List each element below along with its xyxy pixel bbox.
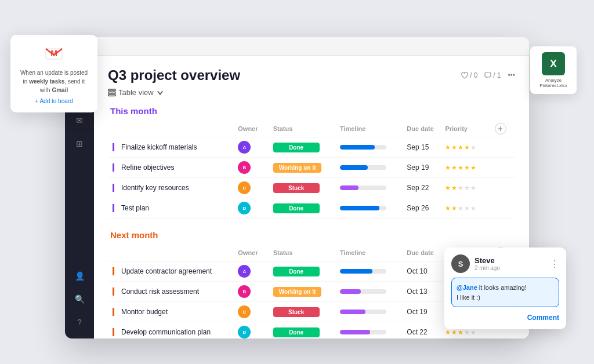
timeline-bar [340,165,386,170]
excel-icon: X [542,52,565,75]
priority-stars: ★★★★★ [445,164,477,171]
task-name-cell: Develop communication plan [113,328,229,336]
priority-stars: ★★★★★ [445,144,477,151]
due-date-cell: Oct 10 [402,261,440,282]
priority-stars: ★★★★★ [445,329,477,336]
timeline-fill [340,165,368,170]
table-row[interactable]: Refine objectives B Working on It Sep 19… [108,158,515,178]
task-name: Finalize kickoff materials [121,143,197,151]
timeline-bar [340,145,386,150]
svg-rect-3 [485,72,491,77]
avatar: B [238,285,251,298]
task-name-cell: Monitor budget [113,308,229,316]
col-header-name-2 [108,245,233,261]
task-name-cell: Identify key resources [113,184,229,192]
sidebar-icon-boards[interactable]: ⊞ [70,134,89,153]
sidebar-icon-people[interactable]: 👤 [70,267,89,285]
task-name: Monitor budget [121,308,168,316]
due-date-cell: Sep 19 [402,158,440,178]
task-name-cell: Test plan [113,204,229,212]
timeline-bar [340,206,386,210]
title-bar [65,37,529,56]
priority-stars: ★★★★★ [445,184,477,191]
sidebar-icon-inbox[interactable]: ✉ [70,111,89,130]
svg-rect-4 [108,89,115,91]
comment-header: S Steve 2 min ago ⋮ [451,254,559,273]
col-header-name-1 [108,121,233,137]
avatar: B [238,161,251,174]
svg-text:M: M [50,49,57,58]
task-name-cell: Conduct risk assessment [113,287,229,296]
col-header-status-1: Status [269,121,335,137]
avatar: D [238,326,251,338]
gmail-notification-card: M When an update is posted in weekly tas… [10,35,97,112]
table-row[interactable]: Identify key resources C Stuck Sep 22 ★★… [108,178,515,198]
view-label: Table view [118,88,154,97]
timeline-bar [340,185,386,190]
timeline-bar [340,289,386,294]
comment-button[interactable]: Comment [527,314,559,322]
due-date-cell: Oct 19 [402,302,440,322]
status-badge: Stuck [273,183,320,193]
priority-stars: ★★★★★ [445,205,477,212]
status-badge: Done [273,327,320,337]
gmail-description: When an update is posted in weekly tasks… [17,68,90,94]
avatar: A [238,141,251,154]
avatar: C [238,181,251,194]
timeline-fill [340,145,375,150]
col-header-status-2: Status [269,245,335,261]
due-date-cell: Sep 26 [402,198,440,219]
svg-rect-5 [108,92,115,93]
timeline-fill [340,289,361,294]
avatar: D [238,202,251,214]
col-header-timeline-1: Timeline [335,121,402,137]
timeline-fill [340,330,370,334]
table-row[interactable]: Finalize kickoff materials A Done Sep 15… [108,137,515,158]
table-row[interactable]: Test plan D Done Sep 26 ★★★★★ [108,198,515,219]
task-name: Refine objectives [121,163,174,172]
more-options-icon[interactable]: ••• [508,71,515,79]
this-month-table: Owner Status Timeline Due date Priority … [108,121,515,219]
next-month-section-title: Next month [108,230,515,240]
timeline-fill [340,310,365,314]
status-badge: Stuck [273,307,320,317]
task-name: Identify key resources [121,184,189,192]
comment-mention: @Jane [457,284,477,291]
timeline-fill [340,269,372,274]
comments-count: / 1 [484,71,501,79]
timeline-fill [340,185,358,190]
excel-integration-card: X Analyze Pinterest.xlsx [530,46,577,94]
status-badge: Done [273,267,320,276]
add-to-board-link[interactable]: + Add to board [17,98,90,104]
col-header-timeline-2: Timeline [335,245,402,261]
svg-rect-6 [108,94,115,96]
col-header-owner-2: Owner [233,245,268,261]
comment-action-area: Comment [451,312,559,322]
comment-bubble: @Jane it looks amazing!I like it :) [451,278,559,307]
add-column-btn-1[interactable]: + [495,123,506,134]
col-header-due-1: Due date [402,121,440,137]
comment-meta: Steve 2 min ago [475,256,545,271]
sidebar-icon-help[interactable]: ? [70,313,89,332]
view-selector[interactable]: Table view [108,88,515,97]
sidebar-icon-search[interactable]: 🔍 [70,290,89,308]
page-header: Q3 project overview / 0 / 1 ••• [108,67,515,83]
due-date-cell: Sep 22 [402,178,440,198]
avatar: A [238,265,251,278]
avatar: C [238,305,251,318]
likes-count: / 0 [461,71,477,79]
task-name-cell: Finalize kickoff materials [113,143,229,151]
col-header-due-2: Due date [402,245,440,261]
task-name: Test plan [121,204,149,212]
comment-time: 2 min ago [475,265,545,271]
comment-card: S Steve 2 min ago ⋮ @Jane it looks amazi… [444,247,566,329]
status-badge: Working on It [273,163,322,173]
comment-menu-icon[interactable]: ⋮ [550,259,559,270]
status-badge: Done [273,143,320,152]
status-badge: Done [273,203,320,213]
timeline-bar [340,269,386,274]
col-header-owner-1: Owner [233,121,268,137]
task-name-cell: Update contractor agreement [113,267,229,275]
commenter-avatar: S [451,254,470,273]
col-header-add-1: + [490,121,515,137]
